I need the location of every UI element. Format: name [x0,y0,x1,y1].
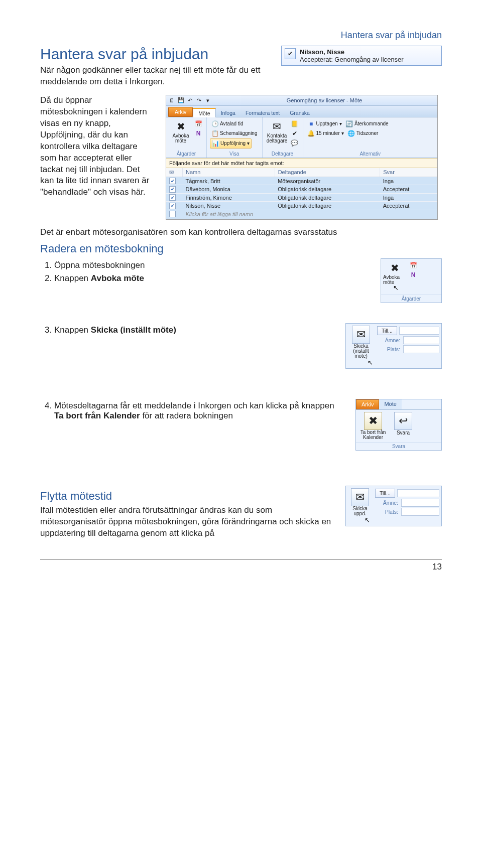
group-label-atgarder: Åtgärder [169,150,203,158]
reply-icon[interactable]: ↩ [394,412,412,430]
redo-icon[interactable]: ↷ [195,97,202,104]
plats-field[interactable] [403,345,439,353]
table-row[interactable]: ✔ Tågmark, Britt Mötesorganisatör Inga [166,177,437,185]
send-update-icon[interactable]: ✉ [351,488,369,506]
table-row[interactable]: ✔ Nilsson, Nisse Obligatorisk deltagare … [166,202,437,210]
organizer-note: Det är enbart mötesorganisatören som kan… [40,227,442,238]
calendar-accept-icon: ✔ [285,48,296,59]
group-label: Svara [356,442,441,450]
plats-field[interactable] [401,508,439,516]
calendar-mini-icon[interactable]: 📅 [408,261,418,270]
tabort-kalender-button[interactable]: Ta bort från Kalender [358,430,388,440]
cursor-icon: ↖ [368,359,373,366]
onenote-mini-icon[interactable]: N [408,270,418,279]
till-field[interactable] [399,327,439,335]
step-2: Knappen Avboka möte [54,273,371,283]
checkbox-icon[interactable]: ✔ [169,186,176,193]
avboka-mote-button[interactable]: ✖ Avboka möte [169,119,192,143]
ribbon-screenshot: 🗓 💾 ↶ ↷ ▾ Genomgång av licenser - Möte A… [166,95,438,220]
till-field[interactable] [397,489,439,497]
upptagen-dropdown[interactable]: ■Upptagen▾ [306,119,343,128]
avboka-mote-button[interactable]: ✖ Avboka möte [383,261,406,285]
tab-formatera-text[interactable]: Formatera text [240,108,285,117]
schemalaggning-button[interactable]: 📋Schemaläggning [210,129,259,138]
tab-mote[interactable]: Möte [379,399,401,409]
onenote-mini-icon[interactable]: N [193,129,203,138]
dropdown-icon: ▾ [247,140,250,146]
ribbon-group-alternativ: ■Upptagen▾ 🔄Återkommande 🔔15 minuter▾ 🌐T… [303,117,438,158]
col-svar[interactable]: Svar [380,168,437,177]
page-number: 13 [40,562,442,572]
svara-button[interactable]: Svara [397,430,410,436]
amne-field[interactable] [401,499,439,507]
ribbon-tabs: Arkiv Möte Infoga Formatera text Granska [166,106,437,117]
send-cancel-icon[interactable]: ✉ [352,326,370,344]
step-3: Knappen Skicka (inställt möte) [54,325,335,335]
remove-calendar-icon[interactable]: ✖ [364,412,382,430]
col-namn[interactable]: Namn [183,168,275,177]
aterkommande-button[interactable]: 🔄Återkommande [344,119,390,128]
step-4: Mötesdeltagarna får ett meddelande i Ink… [54,401,345,421]
fig-avboka: ✖ Avboka möte 📅 N ↖ Åtgärder [381,258,442,303]
skicka-uppd-button[interactable]: Skicka uppd. [348,506,372,516]
flytta-text: Ifall mötestiden eller andra förutsättni… [40,505,335,539]
fig-skicka-uppd: ✉ Skicka uppd. ↖ Till... Ämne: Plats: [345,486,442,526]
accept-status: Accepterat: Genomgång av licenser [300,56,404,63]
checkbox-icon[interactable]: ✔ [169,203,176,209]
qat-dropdown-icon[interactable]: ▾ [204,97,211,104]
ribbon-explanation: Då du öppnar mötesbokningen i kalendern … [40,95,156,198]
footer-rule [40,559,442,560]
outlook-icon: 🗓 [168,97,175,104]
fig-skicka-installt: ✉ Skicka (inställt möte) ↖ Till... Ämne:… [345,323,442,369]
calendar-mini-icon[interactable]: 📅 [193,119,203,128]
skicka-installt-button[interactable]: Skicka (inställt möte) [348,344,374,359]
checkbox-icon[interactable] [169,211,176,217]
till-button[interactable]: Till... [377,326,397,335]
ribbon-group-deltagare: ✉ Kontakta deltagare 📒 ✔ 💬 Deltagare [263,117,303,158]
plats-label: Plats: [375,509,399,515]
heading-flytta: Flytta mötestid [40,490,335,503]
table-row[interactable]: ✔ Däveborn, Monica Obligatorisk deltagar… [166,185,437,194]
add-name-row[interactable]: Klicka för att lägga till namn [166,210,437,219]
undo-icon[interactable]: ↶ [186,97,193,104]
responses-header: Följande svar för det här mötet har tagi… [166,158,437,168]
uppfoljning-button[interactable]: 📊Uppföljning▾ [210,138,252,149]
window-title: Genomgång av licenser - Möte [213,97,435,103]
avtalad-tid-button[interactable]: 🕒Avtalad tid [210,119,245,128]
reminder-dropdown[interactable]: 🔔15 minuter▾ [306,129,345,138]
checknames-icon[interactable]: ✔ [290,129,300,138]
mail-icon: ✉ [169,169,174,175]
addressbook-icon[interactable]: 📒 [290,119,300,128]
running-header: Hantera svar på inbjudan [40,30,442,41]
tab-mote[interactable]: Möte [193,108,215,117]
group-label: Åtgärder [381,295,441,303]
checkbox-icon[interactable]: ✔ [169,178,176,184]
plats-label: Plats: [377,346,401,352]
col-deltagande[interactable]: Deltagande [275,168,380,177]
tab-infoga[interactable]: Infoga [216,108,240,117]
group-label-alternativ: Alternativ [306,150,435,158]
tidszoner-button[interactable]: 🌐Tidszoner [346,129,380,138]
till-button[interactable]: Till... [375,489,395,498]
responses-table: ✉ Namn Deltagande Svar ✔ Tågmark, Britt … [166,168,437,219]
kontakta-deltagare-button[interactable]: ✉ Kontakta deltagare [266,119,289,148]
tab-granska[interactable]: Granska [285,108,315,117]
group-label-visa: Visa [210,150,259,158]
amne-field[interactable] [403,336,439,344]
table-row[interactable]: ✔ Finnström, Kimone Obligatorisk deltaga… [166,193,437,202]
save-icon[interactable]: 💾 [177,97,184,104]
accept-notification: ✔ Nilsson, Nisse Accepterat: Genomgång a… [281,46,442,66]
responses-icon[interactable]: 💬 [290,138,300,148]
checkbox-icon[interactable]: ✔ [169,194,176,201]
cursor-icon: ↖ [365,516,370,524]
fig-tabort: Arkiv Möte ✖ Ta bort från Kalender ↩ Sva… [355,399,442,451]
tab-arkiv[interactable]: Arkiv [168,107,193,117]
tab-arkiv[interactable]: Arkiv [356,399,379,409]
accept-name: Nilsson, Nisse [300,48,404,56]
calendar-cancel-icon: ✖ [388,261,402,275]
contact-icon: ✉ [270,119,284,133]
heading-radera: Radera en mötesbokning [40,242,442,255]
group-label-deltagare: Deltagare [266,150,300,158]
quick-access-toolbar: 🗓 💾 ↶ ↷ ▾ Genomgång av licenser - Möte [166,95,437,106]
heading-hantera-svar: Hantera svar på inbjudan [40,46,271,63]
